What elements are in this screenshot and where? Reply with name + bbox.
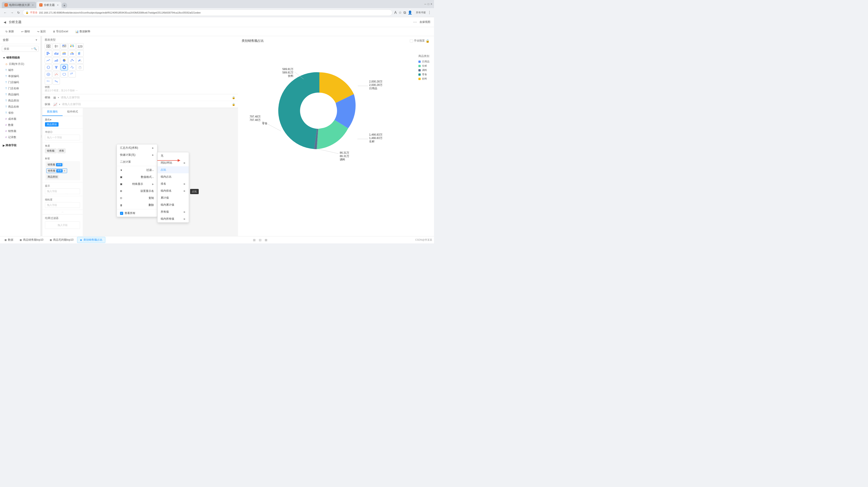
submenu-item-group-percent[interactable]: 组内占比	[158, 173, 189, 180]
sidebar-item-product-name[interactable]: T 商品名称	[0, 104, 40, 110]
chart-btn-scatter3[interactable]	[53, 71, 60, 77]
sidebar-item-order-code[interactable]: T 单据编码	[0, 73, 40, 79]
chart-btn-area[interactable]	[53, 57, 60, 64]
sidebar-item-product-category[interactable]: T 商品类别	[0, 98, 40, 104]
submenu-item-group-cumulative[interactable]: 组内累计值	[158, 201, 189, 208]
refresh-button[interactable]: ↻	[16, 10, 21, 15]
chart-btn-gauge2[interactable]	[76, 64, 84, 70]
undo-button[interactable]: ↩ 撤销	[20, 29, 32, 34]
sidebar-item-quantity[interactable]: # 数量	[0, 122, 40, 128]
sidebar-expand-icon[interactable]: ▼	[35, 38, 38, 41]
url-bar[interactable]: 🔒 不安全 192.168.171.80:8080/finebi/decisio…	[23, 9, 393, 16]
menu-item-secondary-calc[interactable]: 二次计算	[117, 158, 157, 165]
label-tag-sales-1[interactable]: 销售额 求和	[46, 162, 64, 167]
menu-item-quick-calc[interactable]: 快速计算(无) ▶	[117, 152, 157, 158]
sidebar-item-store-name[interactable]: T 门店名称	[0, 86, 40, 92]
profile-icon[interactable]: 👤	[408, 10, 412, 15]
new-tab-button[interactable]: +	[62, 3, 67, 8]
chart-btn-funnel[interactable]	[53, 64, 60, 70]
tab-graph-props[interactable]: 图形属性	[42, 108, 63, 116]
chart-btn-scatter[interactable]	[68, 57, 76, 64]
cross-field-toggle[interactable]: ▶ 跨表字段	[0, 142, 40, 149]
menu-item-view-all[interactable]: ✓ 查看所有	[117, 210, 157, 217]
submenu-item-rank[interactable]: 排名 ▶	[158, 180, 189, 187]
data-explain-button[interactable]: 📊 数据解释	[73, 29, 92, 34]
sidebar-item-city[interactable]: T 城市	[0, 67, 40, 73]
refresh-button[interactable]: ↻ 刷新	[4, 29, 16, 34]
chart-btn-china-map[interactable]	[61, 71, 68, 77]
chart-btn-color-table[interactable]	[68, 43, 76, 50]
x-axis-dropdown[interactable]: ▾	[58, 96, 59, 99]
maximize-button[interactable]: □	[428, 2, 429, 6]
close-button[interactable]: ×	[431, 2, 432, 6]
chart-btn-scatter2[interactable]	[68, 64, 76, 70]
tab-2[interactable]: F 分析主题 ×	[37, 2, 61, 8]
export-excel-button[interactable]: ⬇ 导出Excel	[51, 29, 70, 34]
submenu-item-cumulative[interactable]: 累计值	[158, 194, 189, 201]
detail-placeholder[interactable]: 拖入字段	[45, 202, 80, 208]
chart-btn-table[interactable]	[45, 43, 52, 50]
more-sheet-icon[interactable]: ⊠	[264, 238, 268, 242]
app-back-icon[interactable]: ◀	[4, 20, 6, 24]
profile-link[interactable]: 血缘视图	[420, 20, 430, 24]
chart-btn-bar-v2[interactable]	[76, 50, 84, 57]
minimize-button[interactable]: ─	[424, 2, 426, 6]
tab-data[interactable]: ▦ 数据	[2, 237, 16, 243]
chart-btn-number[interactable]: 123	[76, 43, 84, 50]
tab-2-close[interactable]: ×	[57, 4, 58, 6]
sidebar-item-sales[interactable]: # 销售额	[0, 128, 40, 134]
menu-item-special-display[interactable]: ▣ 特殊显示 ▶	[117, 181, 157, 188]
app-menu-icon[interactable]: ⋯	[413, 20, 417, 24]
chart-btn-bar-stacked[interactable]	[61, 50, 68, 57]
redo-button[interactable]: ↪ 返回	[35, 29, 48, 34]
sidebar-item-cost[interactable]: # 成本额	[0, 116, 40, 122]
search-add-icon[interactable]: +	[31, 47, 33, 51]
y-axis-dropdown[interactable]: ▾	[59, 103, 60, 105]
menu-dots-icon[interactable]: ⋮	[428, 10, 431, 15]
chart-btn-gauge[interactable]	[76, 57, 84, 64]
chart-btn-sankey[interactable]	[53, 78, 60, 85]
sales-table-toggle[interactable]: ▼ 销售明细表	[0, 55, 40, 61]
submenu-item-percent[interactable]: 占比	[158, 166, 189, 173]
extension-icon[interactable]: ⧉	[403, 11, 406, 15]
tab-component-style[interactable]: 组件样式	[63, 108, 83, 116]
tab-1-close[interactable]: ×	[32, 4, 33, 6]
chart-btn-bar-h[interactable]	[45, 50, 52, 57]
radius-placeholder[interactable]: 拖入一个字段	[45, 135, 80, 140]
chart-btn-donut[interactable]	[61, 64, 68, 70]
menu-item-number-format[interactable]: ▣ 数值格式...	[117, 173, 157, 181]
sidebar-item-province[interactable]: T 省份	[0, 110, 40, 116]
chart-btn-map[interactable]	[45, 71, 52, 77]
sidebar-item-store-code[interactable]: T 门店编码	[0, 79, 40, 86]
color-value[interactable]: 商品类别	[45, 122, 59, 127]
sidebar-item-product-code[interactable]: T 商品编码	[0, 92, 40, 98]
label-tag-category[interactable]: 商品类别	[46, 175, 59, 179]
tab-1[interactable]: F 电商618数据大屏 ×	[2, 2, 36, 8]
result-filter-placeholder[interactable]: 拖入字段	[45, 222, 80, 229]
chart-btn-pie[interactable]	[61, 57, 68, 64]
menu-item-aggregate[interactable]: 汇总方式(求和) ▶	[117, 144, 157, 152]
back-button[interactable]: ←	[3, 10, 8, 15]
manual-preset-checkbox[interactable]	[410, 39, 413, 42]
chart-btn-cross[interactable]	[61, 43, 68, 50]
menu-item-filter[interactable]: ▼ 过滤...	[117, 167, 157, 173]
prompt-placeholder[interactable]: 拖入字段	[45, 189, 80, 194]
submenu-item-group-all-values[interactable]: 组内所有值 ▶	[158, 215, 189, 222]
translate-icon[interactable]: A	[394, 11, 397, 15]
angle-value[interactable]: 销售额	[45, 149, 57, 153]
submenu-item-all-values[interactable]: 所有值 ▶	[158, 208, 189, 215]
tag-dropdown-arrow[interactable]: ▼	[64, 170, 66, 172]
menu-item-copy[interactable]: ⊡ 复制	[117, 195, 157, 202]
chart-btn-bar-v[interactable]	[53, 50, 60, 57]
chart-btn-heatmap[interactable]	[68, 71, 76, 77]
angle-aggregate[interactable]: 求和	[57, 149, 66, 153]
forward-button[interactable]: →	[9, 10, 14, 15]
add-sheet-icon[interactable]: ⊞	[252, 238, 256, 242]
sidebar-item-date[interactable]: ◷ 日期(年月日)	[0, 61, 40, 67]
submenu-item-group-rank[interactable]: 组内排名 ▶	[158, 187, 189, 194]
chart-btn-wave[interactable]	[45, 64, 52, 70]
tab-sales-top10[interactable]: ▦ 商品销售额top10	[17, 237, 46, 243]
tab-profit-top10[interactable]: ▦ 商品毛利额top10	[47, 237, 76, 243]
label-tag-sales-2[interactable]: 销售额 求和 ▼	[46, 168, 67, 173]
chart-btn-line[interactable]	[45, 57, 52, 64]
